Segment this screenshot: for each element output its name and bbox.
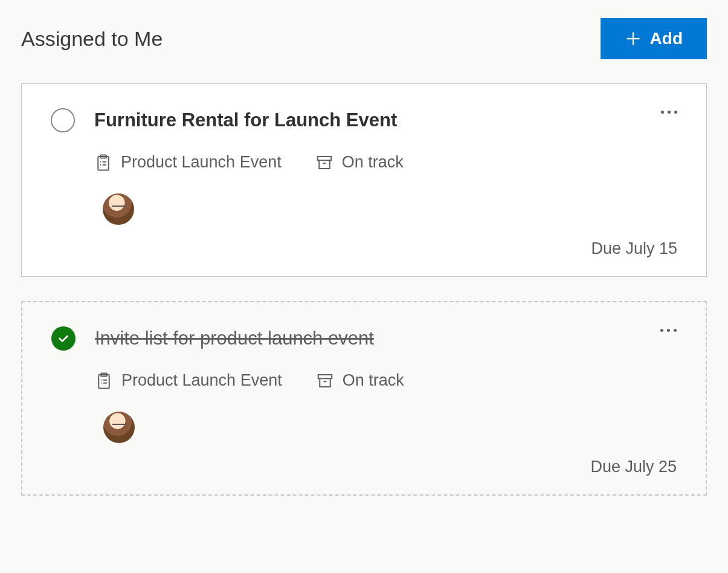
plan-meta: Product Launch Event (94, 153, 282, 172)
status-label: On track (342, 153, 404, 172)
task-title: Furniture Rental for Launch Event (94, 109, 397, 131)
archive-icon (315, 154, 333, 172)
add-button[interactable]: Add (601, 18, 707, 59)
avatar (103, 412, 135, 443)
status-meta: On track (316, 371, 404, 390)
more-options-button[interactable] (661, 111, 677, 114)
status-label: On track (343, 371, 404, 390)
archive-icon (316, 372, 334, 390)
clipboard-icon (95, 372, 113, 390)
check-icon (57, 332, 70, 345)
task-title: Invite list for product launch event (95, 328, 374, 349)
task-card[interactable]: Furniture Rental for Launch Event Produc… (21, 83, 707, 277)
task-card[interactable]: Invite list for product launch event Pro… (21, 301, 707, 496)
header: Assigned to Me Add (21, 18, 707, 59)
plan-meta: Product Launch Event (95, 371, 282, 390)
due-date: Due July 15 (51, 239, 677, 258)
page-title: Assigned to Me (21, 27, 163, 51)
clipboard-icon (94, 154, 112, 172)
add-button-label: Add (650, 29, 683, 48)
plan-label: Product Launch Event (121, 153, 282, 172)
more-options-button[interactable] (660, 329, 677, 332)
task-checkbox-checked[interactable] (51, 326, 76, 351)
svg-rect-8 (317, 157, 331, 160)
due-date: Due July 25 (51, 458, 677, 476)
status-meta: On track (315, 153, 404, 172)
task-checkbox-unchecked[interactable] (51, 108, 75, 132)
svg-rect-16 (318, 375, 332, 378)
plan-label: Product Launch Event (121, 371, 282, 390)
avatar (103, 193, 134, 225)
plus-icon (625, 30, 642, 47)
